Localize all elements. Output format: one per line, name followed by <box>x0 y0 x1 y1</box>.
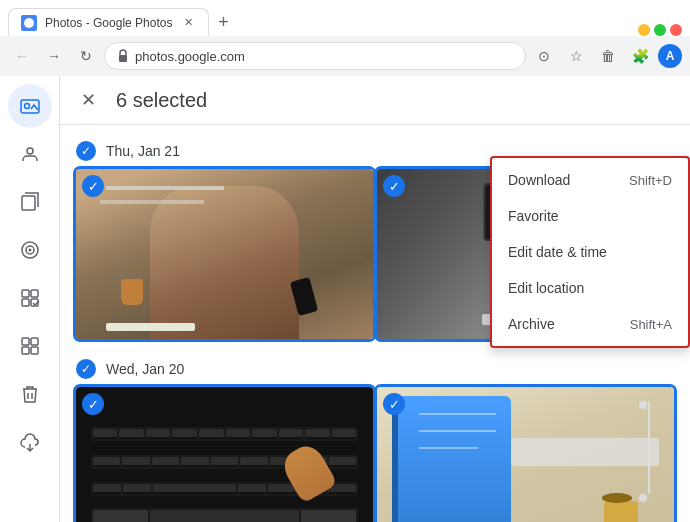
tab-favicon <box>21 15 37 31</box>
sharing-icon <box>19 143 41 165</box>
menu-archive-shortcut: Shift+A <box>630 317 672 332</box>
tab-bar: Photos - Google Photos ✕ + <box>0 0 690 36</box>
svg-rect-15 <box>31 347 38 354</box>
svg-rect-14 <box>22 347 29 354</box>
sidebar-item-albums[interactable] <box>8 180 52 224</box>
tab-title: Photos - Google Photos <box>45 16 172 30</box>
svg-rect-0 <box>119 55 127 62</box>
close-selection-button[interactable]: ✕ <box>76 88 100 112</box>
sidebar <box>0 76 60 522</box>
sidebar-item-cloud[interactable] <box>8 420 52 464</box>
date-label-wed: Wed, Jan 20 <box>106 361 184 377</box>
menu-item-download[interactable]: Download Shift+D <box>492 162 688 198</box>
main-area: ✕ 6 selected ✓ Thu, Jan 21 <box>60 76 690 522</box>
svg-rect-8 <box>22 290 29 297</box>
menu-edit-location-label: Edit location <box>508 280 584 296</box>
sidebar-item-select[interactable] <box>8 276 52 320</box>
photo-check-3: ✓ <box>82 393 104 415</box>
svg-rect-10 <box>22 299 29 306</box>
menu-favorite-label: Favorite <box>508 208 559 224</box>
photo-check-2: ✓ <box>383 175 405 197</box>
tab-close-button[interactable]: ✕ <box>180 15 196 31</box>
sidebar-item-photos[interactable] <box>8 84 52 128</box>
address-bar[interactable]: photos.google.com <box>104 42 526 70</box>
photos-icon <box>19 95 41 117</box>
nav-icons: ⊙ ☆ 🗑 🧩 A <box>530 42 682 70</box>
sidebar-item-assistant[interactable] <box>8 228 52 272</box>
extensions-icon[interactable]: 🧩 <box>626 42 654 70</box>
bookmark-icon[interactable]: ☆ <box>562 42 590 70</box>
back-button[interactable]: ← <box>8 42 36 70</box>
menu-archive-label: Archive <box>508 316 555 332</box>
url-text: photos.google.com <box>135 49 513 64</box>
window-maximize[interactable] <box>654 24 666 36</box>
svg-rect-12 <box>22 338 29 345</box>
select-icon <box>19 287 41 309</box>
svg-rect-9 <box>31 290 38 297</box>
new-tab-button[interactable]: + <box>209 8 237 36</box>
forward-button[interactable]: → <box>40 42 68 70</box>
date-checkbox-thu[interactable]: ✓ <box>76 141 96 161</box>
photo-item-4[interactable]: ✓ <box>377 387 674 522</box>
window-minimize[interactable] <box>638 24 650 36</box>
context-menu: Download Shift+D Favorite Edit date & ti… <box>490 156 690 348</box>
active-tab[interactable]: Photos - Google Photos ✕ <box>8 8 209 36</box>
date-label-thu: Thu, Jan 21 <box>106 143 180 159</box>
photo-check-1: ✓ <box>82 175 104 197</box>
date-header-wed: ✓ Wed, Jan 20 <box>76 351 674 387</box>
profile-avatar[interactable]: A <box>658 44 682 68</box>
sidebar-item-sharing[interactable] <box>8 132 52 176</box>
menu-item-edit-location[interactable]: Edit location <box>492 270 688 306</box>
reload-button[interactable]: ↻ <box>72 42 100 70</box>
selected-count: 6 selected <box>116 89 207 112</box>
date-checkbox-wed[interactable]: ✓ <box>76 359 96 379</box>
photo-item-1[interactable]: ✓ <box>76 169 373 339</box>
menu-download-shortcut: Shift+D <box>629 173 672 188</box>
photo-check-4: ✓ <box>383 393 405 415</box>
cloud-icon <box>19 431 41 453</box>
browser-chrome: Photos - Google Photos ✕ + ← → ↻ photos.… <box>0 0 690 76</box>
nav-bar: ← → ↻ photos.google.com ⊙ ☆ 🗑 🧩 A <box>0 36 690 76</box>
sidebar-item-trash[interactable] <box>8 372 52 416</box>
photo-item-3[interactable]: ✓ <box>76 387 373 522</box>
menu-item-favorite[interactable]: Favorite <box>492 198 688 234</box>
assistant-icon <box>19 239 41 261</box>
photo-grid-row2: ✓ <box>76 387 674 522</box>
app-container: ✕ 6 selected ✓ Thu, Jan 21 <box>0 76 690 522</box>
window-close[interactable] <box>670 24 682 36</box>
sidebar-item-utilities[interactable] <box>8 324 52 368</box>
menu-edit-date-label: Edit date & time <box>508 244 607 260</box>
top-bar: ✕ 6 selected <box>60 76 690 125</box>
svg-point-3 <box>27 148 33 154</box>
delete-icon[interactable]: 🗑 <box>594 42 622 70</box>
photo-image-1 <box>76 169 373 339</box>
lock-icon <box>117 49 129 63</box>
svg-point-7 <box>28 249 31 252</box>
svg-point-2 <box>24 104 29 109</box>
utilities-icon <box>19 335 41 357</box>
photo-image-3 <box>76 387 373 522</box>
svg-rect-13 <box>31 338 38 345</box>
svg-rect-4 <box>22 196 35 210</box>
menu-download-label: Download <box>508 172 570 188</box>
chrome-clock-icon[interactable]: ⊙ <box>530 42 558 70</box>
trash-icon <box>19 383 41 405</box>
photo-image-4 <box>377 387 674 522</box>
albums-icon <box>19 191 41 213</box>
menu-item-edit-date[interactable]: Edit date & time <box>492 234 688 270</box>
menu-item-archive[interactable]: Archive Shift+A <box>492 306 688 342</box>
